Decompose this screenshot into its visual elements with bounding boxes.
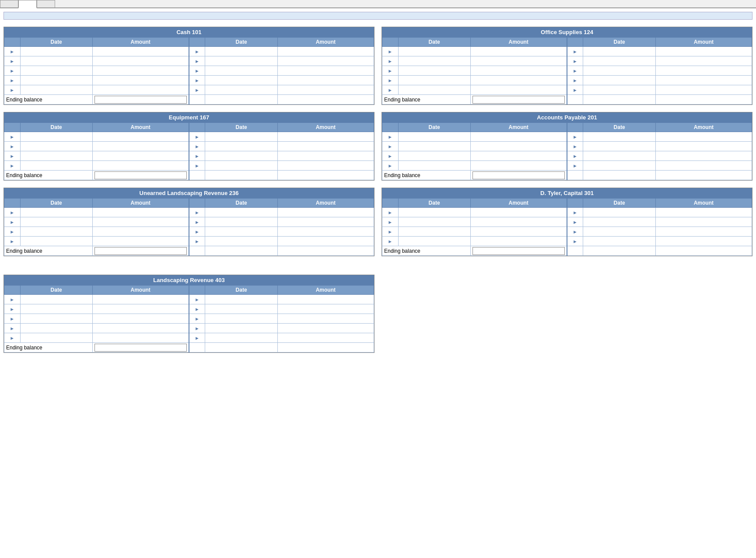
arrow-right-equipment-167-1[interactable]: ► (189, 142, 205, 151)
amount-right-input-cash-101-0[interactable] (280, 49, 372, 55)
date-right-input-accounts-payable-201-0[interactable] (585, 134, 653, 140)
arrow-right-office-supplies-124-3[interactable]: ► (567, 76, 583, 85)
amount-right-input-office-supplies-124-3[interactable] (658, 77, 750, 84)
date-left-input-equipment-167-2[interactable] (22, 153, 91, 159)
arrow-left-equipment-167-0[interactable]: ► (4, 132, 21, 142)
date-right-input-landscaping-revenue-403-0[interactable] (207, 296, 275, 303)
tab-analyze[interactable] (0, 0, 18, 7)
date-left-input-equipment-167-0[interactable] (22, 134, 91, 140)
amount-right-input-unearned-landscaping-236-0[interactable] (280, 209, 372, 216)
date-left-input-cash-101-1[interactable] (22, 58, 91, 64)
amount-left-input-accounts-payable-201-0[interactable] (472, 134, 565, 140)
amount-left-input-landscaping-revenue-403-4[interactable] (94, 335, 187, 341)
arrow-left-d-tyler-capital-301-3[interactable]: ► (382, 237, 399, 246)
arrow-right-accounts-payable-201-2[interactable]: ► (567, 151, 583, 161)
date-left-input-landscaping-revenue-403-3[interactable] (22, 325, 91, 331)
amount-left-input-accounts-payable-201-2[interactable] (472, 153, 565, 159)
amount-left-input-equipment-167-1[interactable] (94, 143, 187, 150)
date-left-input-d-tyler-capital-301-2[interactable] (400, 229, 469, 235)
date-right-input-office-supplies-124-0[interactable] (585, 49, 653, 55)
date-left-input-unearned-landscaping-236-3[interactable] (22, 238, 91, 244)
arrow-left-unearned-landscaping-236-2[interactable]: ► (4, 227, 21, 237)
ending-balance-input-cash-101[interactable] (94, 96, 187, 104)
date-right-input-cash-101-0[interactable] (207, 49, 275, 55)
date-left-input-unearned-landscaping-236-0[interactable] (22, 209, 91, 216)
date-right-input-equipment-167-2[interactable] (207, 153, 275, 159)
amount-right-input-cash-101-3[interactable] (280, 77, 372, 84)
arrow-left-office-supplies-124-3[interactable]: ► (382, 76, 399, 85)
date-left-input-landscaping-revenue-403-1[interactable] (22, 306, 91, 312)
amount-right-input-office-supplies-124-1[interactable] (658, 58, 750, 64)
amount-right-input-office-supplies-124-2[interactable] (658, 68, 750, 74)
amount-right-input-landscaping-revenue-403-3[interactable] (280, 325, 372, 331)
amount-left-input-d-tyler-capital-301-0[interactable] (472, 209, 565, 216)
date-right-input-landscaping-revenue-403-3[interactable] (207, 325, 275, 331)
arrow-left-cash-101-0[interactable]: ► (4, 47, 21, 56)
amount-right-input-d-tyler-capital-301-1[interactable] (658, 219, 750, 225)
date-left-input-landscaping-revenue-403-0[interactable] (22, 296, 91, 303)
amount-right-input-cash-101-2[interactable] (280, 68, 372, 74)
amount-left-input-landscaping-revenue-403-0[interactable] (94, 296, 187, 303)
amount-left-input-cash-101-3[interactable] (94, 77, 187, 84)
date-left-input-office-supplies-124-1[interactable] (400, 58, 469, 64)
amount-right-input-equipment-167-0[interactable] (280, 134, 372, 140)
arrow-right-equipment-167-0[interactable]: ► (189, 132, 205, 142)
arrow-right-unearned-landscaping-236-2[interactable]: ► (189, 227, 205, 237)
arrow-right-landscaping-revenue-403-3[interactable]: ► (189, 324, 205, 333)
amount-left-input-cash-101-4[interactable] (94, 87, 187, 93)
date-right-input-unearned-landscaping-236-1[interactable] (207, 219, 275, 225)
date-left-input-equipment-167-1[interactable] (22, 143, 91, 150)
arrow-left-office-supplies-124-4[interactable]: ► (382, 85, 399, 95)
date-right-input-unearned-landscaping-236-2[interactable] (207, 229, 275, 235)
date-left-input-d-tyler-capital-301-1[interactable] (400, 219, 469, 225)
arrow-right-unearned-landscaping-236-3[interactable]: ► (189, 237, 205, 246)
arrow-right-cash-101-2[interactable]: ► (189, 66, 205, 76)
amount-right-input-equipment-167-2[interactable] (280, 153, 372, 159)
date-right-input-cash-101-3[interactable] (207, 77, 275, 84)
amount-left-input-office-supplies-124-0[interactable] (472, 49, 565, 55)
arrow-left-cash-101-4[interactable]: ► (4, 85, 21, 95)
arrow-left-unearned-landscaping-236-1[interactable]: ► (4, 217, 21, 227)
amount-right-input-equipment-167-3[interactable] (280, 163, 372, 169)
arrow-right-cash-101-0[interactable]: ► (189, 47, 205, 56)
date-left-input-office-supplies-124-4[interactable] (400, 87, 469, 93)
arrow-right-accounts-payable-201-1[interactable]: ► (567, 142, 583, 151)
amount-left-input-landscaping-revenue-403-2[interactable] (94, 316, 187, 322)
arrow-right-equipment-167-3[interactable]: ► (189, 161, 205, 171)
amount-left-input-office-supplies-124-1[interactable] (472, 58, 565, 64)
amount-left-input-equipment-167-3[interactable] (94, 163, 187, 169)
date-right-input-landscaping-revenue-403-1[interactable] (207, 306, 275, 312)
date-left-input-unearned-landscaping-236-2[interactable] (22, 229, 91, 235)
amount-right-input-landscaping-revenue-403-4[interactable] (280, 335, 372, 341)
date-right-input-d-tyler-capital-301-1[interactable] (585, 219, 653, 225)
date-right-input-cash-101-2[interactable] (207, 68, 275, 74)
arrow-right-equipment-167-2[interactable]: ► (189, 151, 205, 161)
amount-left-input-unearned-landscaping-236-2[interactable] (94, 229, 187, 235)
date-left-input-accounts-payable-201-2[interactable] (400, 153, 469, 159)
date-right-input-landscaping-revenue-403-4[interactable] (207, 335, 275, 341)
arrow-left-office-supplies-124-1[interactable]: ► (382, 56, 399, 66)
arrow-left-accounts-payable-201-1[interactable]: ► (382, 142, 399, 151)
date-left-input-office-supplies-124-0[interactable] (400, 49, 469, 55)
arrow-left-accounts-payable-201-3[interactable]: ► (382, 161, 399, 171)
arrow-right-office-supplies-124-4[interactable]: ► (567, 85, 583, 95)
amount-right-input-accounts-payable-201-3[interactable] (658, 163, 750, 169)
arrow-left-cash-101-1[interactable]: ► (4, 56, 21, 66)
ending-balance-input-office-supplies-124[interactable] (472, 96, 565, 104)
amount-left-input-equipment-167-2[interactable] (94, 153, 187, 159)
tab-t-accounts[interactable] (37, 0, 55, 7)
date-right-input-landscaping-revenue-403-2[interactable] (207, 316, 275, 322)
amount-left-input-office-supplies-124-2[interactable] (472, 68, 565, 74)
amount-right-input-landscaping-revenue-403-1[interactable] (280, 306, 372, 312)
date-right-input-accounts-payable-201-2[interactable] (585, 153, 653, 159)
arrow-left-office-supplies-124-0[interactable]: ► (382, 47, 399, 56)
amount-right-input-d-tyler-capital-301-0[interactable] (658, 209, 750, 216)
arrow-left-accounts-payable-201-0[interactable]: ► (382, 132, 399, 142)
amount-left-input-unearned-landscaping-236-3[interactable] (94, 238, 187, 244)
amount-right-input-office-supplies-124-4[interactable] (658, 87, 750, 93)
date-right-input-equipment-167-1[interactable] (207, 143, 275, 150)
amount-left-input-cash-101-2[interactable] (94, 68, 187, 74)
amount-left-input-landscaping-revenue-403-1[interactable] (94, 306, 187, 312)
arrow-right-unearned-landscaping-236-0[interactable]: ► (189, 208, 205, 217)
amount-left-input-equipment-167-0[interactable] (94, 134, 187, 140)
